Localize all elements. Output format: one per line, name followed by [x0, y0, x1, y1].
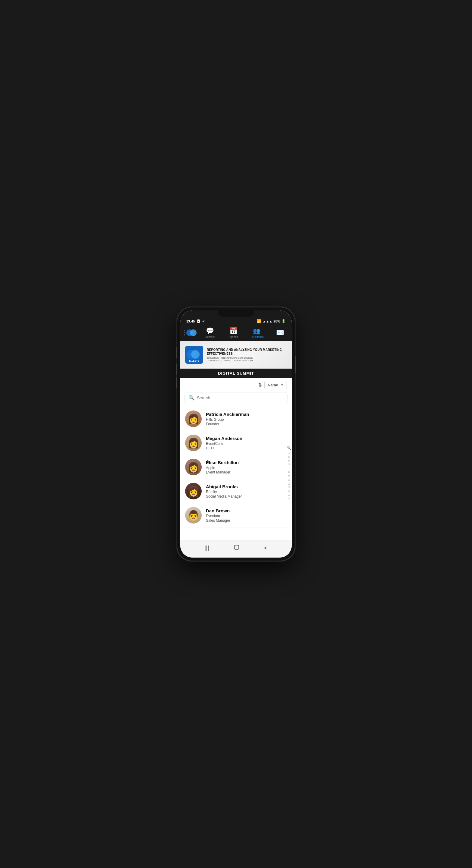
bottom-nav: ||| < — [180, 540, 292, 558]
participant-company: Reality — [206, 490, 287, 494]
participant-name: Patricia Anckierman — [206, 412, 287, 417]
phone-screen: 13:45 🖼 ✓ 📶 ▲▲▲ 98% 🔋 — [180, 310, 292, 558]
alpha-search-icon[interactable]: 🔍 — [287, 446, 291, 450]
notch — [218, 310, 254, 317]
avatar: 👩 — [185, 410, 202, 427]
battery-icon: 🔋 — [281, 319, 286, 323]
participant-name: Abigail Brooks — [206, 484, 287, 489]
event-title-bar: DIGITAL SUMMIT — [180, 369, 292, 378]
participants-list: 👩 Patricia Anckierman Hills Group Founde… — [180, 407, 292, 540]
chevron-down-icon: ▼ — [280, 383, 283, 387]
sort-dropdown[interactable]: Name ▼ — [264, 381, 287, 389]
participant-role: Event Manager — [206, 470, 287, 474]
talesto-logo-icon — [186, 329, 198, 337]
nav-dots — [183, 329, 186, 337]
list-item[interactable]: 👨 Dan Brown Evenium Sales Manager — [180, 503, 292, 527]
alpha-A[interactable]: A — [288, 452, 290, 455]
avatar: 👨 — [185, 507, 202, 524]
nav-agenda[interactable]: 📅 Agenda — [224, 327, 242, 338]
participant-role: Sales Manager — [206, 518, 287, 523]
status-right: 📶 ▲▲▲ 98% 🔋 — [257, 319, 286, 323]
participant-name: Élise Berthillon — [206, 460, 287, 465]
alpha-G[interactable]: G — [288, 463, 290, 467]
conference-banner: TALESTO REPORTING AND ANALYZING YOUR MAR… — [180, 341, 292, 369]
alpha-Q[interactable]: Q — [288, 482, 290, 486]
signal-icon: ▲▲▲ — [263, 319, 272, 323]
participant-name: Megan Anderson — [206, 436, 287, 441]
banner-title: REPORTING AND ANALYZING YOUR MARKETING E… — [207, 348, 287, 355]
event-title: DIGITAL SUMMIT — [218, 371, 254, 375]
participant-name: Dan Brown — [206, 508, 287, 513]
home-button[interactable] — [233, 544, 240, 552]
participant-role: Founder — [206, 422, 287, 426]
alpha-S[interactable]: S — [288, 486, 290, 490]
phone-frame: 13:45 🖼 ✓ 📶 ▲▲▲ 98% 🔋 — [177, 307, 295, 561]
status-left: 13:45 🖼 ✓ — [186, 319, 205, 323]
mail-icon: ✉️ — [276, 329, 284, 337]
interact-label: Interact — [206, 336, 215, 338]
alpha-O[interactable]: O — [288, 478, 290, 482]
logo-text: TALESTO — [185, 360, 203, 362]
alpha-Y[interactable]: Y — [288, 497, 290, 501]
sort-bar: ⇅ Name ▼ — [180, 378, 292, 391]
sort-icon: ⇅ — [258, 382, 262, 388]
wifi-icon: 📶 — [257, 319, 261, 323]
content-area: ⇅ Name ▼ 🔍 👩 Patricia A — [180, 378, 292, 540]
search-icon: 🔍 — [189, 395, 195, 401]
banner-logo: TALESTO — [185, 346, 203, 364]
participant-company: Evenium — [206, 514, 287, 518]
alpha-K[interactable]: K — [288, 470, 290, 474]
nav-mail[interactable]: ✉️ — [271, 329, 289, 337]
photo-icon: 🖼 — [197, 319, 200, 323]
participant-role: Social Media Manager — [206, 494, 287, 498]
avatar: 👩 — [185, 483, 202, 499]
alpha-W[interactable]: W — [288, 494, 291, 497]
banner-edition: 6th EDITION - INTERNATIONAL CONFERENCE — [207, 357, 287, 359]
alpha-E[interactable]: E — [288, 459, 290, 463]
participant-info: Élise Berthillon Apple Event Manager — [206, 460, 287, 474]
search-input[interactable] — [197, 396, 283, 400]
sort-label: Name — [268, 383, 278, 387]
participant-company: Hills Group — [206, 417, 287, 422]
alpha-I[interactable]: I — [289, 467, 290, 470]
search-bar[interactable]: 🔍 — [184, 392, 288, 403]
participant-role: CEO — [206, 446, 287, 450]
participants-label: Participants — [249, 335, 264, 338]
recent-apps-button[interactable]: ||| — [204, 545, 209, 552]
talesto-banner-logo: TALESTO — [185, 346, 203, 364]
agenda-icon: 📅 — [229, 327, 237, 335]
banner-dates: OCTOBER 2022 - PARIS, LONDON, NEW-YORK — [207, 360, 287, 362]
interact-icon: 💬 — [206, 327, 214, 335]
back-button[interactable]: < — [264, 545, 268, 552]
participant-company: EventCom — [206, 441, 287, 446]
participants-icon: 👥 — [253, 327, 260, 335]
alpha-U[interactable]: U — [288, 490, 290, 493]
agenda-label: Agenda — [229, 336, 238, 338]
participant-info: Abigail Brooks Reality Social Media Mana… — [206, 484, 287, 498]
app-logo — [180, 329, 198, 337]
nav-interact[interactable]: 💬 Interact — [201, 327, 219, 338]
participant-company: Apple — [206, 466, 287, 470]
svg-rect-16 — [235, 545, 239, 550]
banner-content: REPORTING AND ANALYZING YOUR MARKETING E… — [207, 348, 287, 362]
list-item[interactable]: 👩 Patricia Anckierman Hills Group Founde… — [180, 407, 292, 431]
battery-display: 98% — [274, 319, 280, 323]
time-display: 13:45 — [186, 319, 195, 323]
top-nav-bar: 💬 Interact 📅 Agenda 👥 Participants ✉️ — [180, 325, 292, 341]
avatar: 👩 — [185, 459, 202, 475]
list-item[interactable]: 👩 Abigail Brooks Reality Social Media Ma… — [180, 479, 292, 503]
nav-participants[interactable]: 👥 Participants — [248, 327, 266, 338]
list-item[interactable]: 👩 Megan Anderson EventCom CEO — [180, 431, 292, 455]
avatar: 👩 — [185, 435, 202, 451]
check-icon: ✓ — [202, 319, 205, 323]
alpha-M[interactable]: M — [288, 474, 290, 478]
alpha-index: 🔍 A C E G I K M O Q S U W Y — [287, 446, 291, 501]
alpha-C[interactable]: C — [288, 456, 290, 459]
nav-items: 💬 Interact 📅 Agenda 👥 Participants ✉️ — [198, 327, 292, 338]
participant-info: Megan Anderson EventCom CEO — [206, 436, 287, 450]
participant-info: Patricia Anckierman Hills Group Founder — [206, 412, 287, 426]
participant-info: Dan Brown Evenium Sales Manager — [206, 508, 287, 523]
list-item[interactable]: 👩 Élise Berthillon Apple Event Manager — [180, 455, 292, 479]
